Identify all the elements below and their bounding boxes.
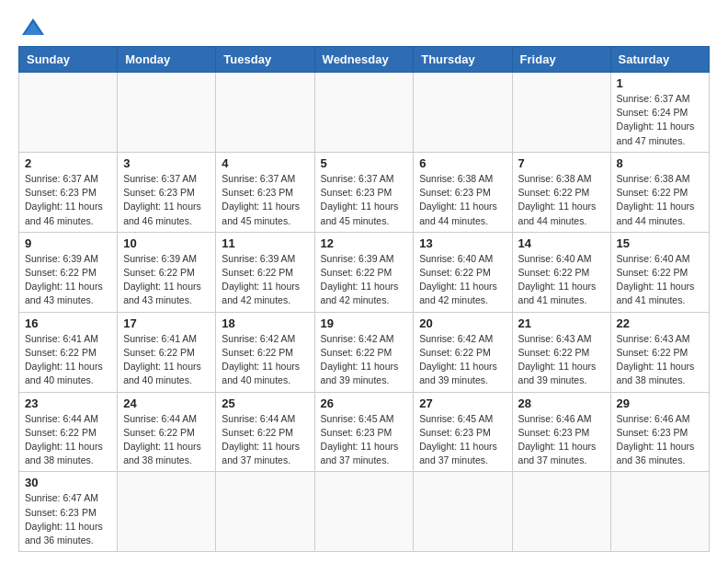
weekday-header: Friday: [512, 47, 610, 73]
day-info: Sunrise: 6:37 AMSunset: 6:24 PMDaylight:…: [617, 92, 703, 148]
day-number: 28: [518, 396, 605, 410]
day-number: 25: [222, 396, 308, 410]
calendar-day-cell: 22Sunrise: 6:43 AMSunset: 6:22 PMDayligh…: [610, 312, 709, 392]
day-number: 9: [25, 236, 111, 250]
day-number: 1: [617, 76, 703, 90]
day-info: Sunrise: 6:39 AMSunset: 6:22 PMDaylight:…: [321, 252, 408, 308]
calendar-day-cell: 19Sunrise: 6:42 AMSunset: 6:22 PMDayligh…: [314, 312, 414, 392]
calendar-day-cell: 14Sunrise: 6:40 AMSunset: 6:22 PMDayligh…: [512, 232, 610, 312]
day-info: Sunrise: 6:40 AMSunset: 6:22 PMDaylight:…: [419, 252, 506, 308]
day-info: Sunrise: 6:43 AMSunset: 6:22 PMDaylight:…: [617, 332, 703, 388]
day-number: 13: [419, 236, 506, 250]
day-info: Sunrise: 6:41 AMSunset: 6:22 PMDaylight:…: [123, 332, 210, 388]
weekday-header: Wednesday: [314, 47, 414, 73]
day-info: Sunrise: 6:46 AMSunset: 6:23 PMDaylight:…: [518, 412, 605, 468]
calendar-day-cell: 27Sunrise: 6:45 AMSunset: 6:23 PMDayligh…: [414, 392, 512, 472]
calendar-day-cell: 20Sunrise: 6:42 AMSunset: 6:22 PMDayligh…: [414, 312, 512, 392]
calendar-week-row: 9Sunrise: 6:39 AMSunset: 6:22 PMDaylight…: [19, 232, 710, 312]
calendar-day-cell: 29Sunrise: 6:46 AMSunset: 6:23 PMDayligh…: [610, 392, 709, 472]
calendar-day-cell: [610, 472, 709, 552]
day-info: Sunrise: 6:37 AMSunset: 6:23 PMDaylight:…: [25, 172, 111, 228]
day-number: 11: [222, 236, 308, 250]
calendar-day-cell: [19, 73, 118, 153]
weekday-header: Monday: [118, 47, 216, 73]
day-number: 4: [222, 156, 308, 170]
day-number: 14: [518, 236, 605, 250]
day-info: Sunrise: 6:43 AMSunset: 6:22 PMDaylight:…: [518, 332, 605, 388]
day-info: Sunrise: 6:41 AMSunset: 6:22 PMDaylight:…: [25, 332, 111, 388]
day-info: Sunrise: 6:39 AMSunset: 6:22 PMDaylight:…: [123, 252, 210, 308]
calendar-day-cell: [512, 472, 610, 552]
day-number: 2: [25, 156, 111, 170]
calendar-day-cell: [216, 472, 314, 552]
calendar-day-cell: [118, 73, 216, 153]
calendar-day-cell: [414, 73, 512, 153]
calendar-day-cell: 15Sunrise: 6:40 AMSunset: 6:22 PMDayligh…: [610, 232, 709, 312]
day-info: Sunrise: 6:42 AMSunset: 6:22 PMDaylight:…: [222, 332, 308, 388]
calendar-week-row: 2Sunrise: 6:37 AMSunset: 6:23 PMDaylight…: [19, 152, 710, 232]
day-info: Sunrise: 6:40 AMSunset: 6:22 PMDaylight:…: [617, 252, 703, 308]
calendar-day-cell: 17Sunrise: 6:41 AMSunset: 6:22 PMDayligh…: [118, 312, 216, 392]
calendar-day-cell: 9Sunrise: 6:39 AMSunset: 6:22 PMDaylight…: [19, 232, 118, 312]
calendar-day-cell: 23Sunrise: 6:44 AMSunset: 6:22 PMDayligh…: [19, 392, 118, 472]
calendar-day-cell: 10Sunrise: 6:39 AMSunset: 6:22 PMDayligh…: [118, 232, 216, 312]
page-header: [18, 18, 710, 37]
day-number: 20: [419, 316, 506, 330]
day-number: 21: [518, 316, 605, 330]
calendar-day-cell: 6Sunrise: 6:38 AMSunset: 6:23 PMDaylight…: [414, 152, 512, 232]
calendar-day-cell: 21Sunrise: 6:43 AMSunset: 6:22 PMDayligh…: [512, 312, 610, 392]
calendar-day-cell: 13Sunrise: 6:40 AMSunset: 6:22 PMDayligh…: [414, 232, 512, 312]
day-number: 8: [617, 156, 703, 170]
day-info: Sunrise: 6:37 AMSunset: 6:23 PMDaylight:…: [321, 172, 408, 228]
calendar-day-cell: 28Sunrise: 6:46 AMSunset: 6:23 PMDayligh…: [512, 392, 610, 472]
calendar-day-cell: 30Sunrise: 6:47 AMSunset: 6:23 PMDayligh…: [19, 472, 118, 552]
day-number: 30: [25, 476, 111, 489]
day-info: Sunrise: 6:44 AMSunset: 6:22 PMDaylight:…: [222, 412, 308, 468]
day-info: Sunrise: 6:39 AMSunset: 6:22 PMDaylight:…: [222, 252, 308, 308]
day-number: 26: [321, 396, 408, 410]
weekday-header: Tuesday: [216, 47, 314, 73]
calendar-day-cell: [314, 472, 414, 552]
weekday-header: Sunday: [19, 47, 118, 73]
calendar-table: SundayMondayTuesdayWednesdayThursdayFrid…: [18, 46, 710, 552]
calendar-day-cell: 2Sunrise: 6:37 AMSunset: 6:23 PMDaylight…: [19, 152, 118, 232]
day-number: 15: [617, 236, 703, 250]
calendar-week-row: 23Sunrise: 6:44 AMSunset: 6:22 PMDayligh…: [19, 392, 710, 472]
day-info: Sunrise: 6:37 AMSunset: 6:23 PMDaylight:…: [222, 172, 308, 228]
day-info: Sunrise: 6:42 AMSunset: 6:22 PMDaylight:…: [419, 332, 506, 388]
day-number: 6: [419, 156, 506, 170]
weekday-header: Thursday: [414, 47, 512, 73]
calendar-day-cell: 18Sunrise: 6:42 AMSunset: 6:22 PMDayligh…: [216, 312, 314, 392]
day-number: 27: [419, 396, 506, 410]
calendar-day-cell: 4Sunrise: 6:37 AMSunset: 6:23 PMDaylight…: [216, 152, 314, 232]
day-number: 24: [123, 396, 210, 410]
calendar-week-row: 1Sunrise: 6:37 AMSunset: 6:24 PMDaylight…: [19, 73, 710, 153]
calendar-day-cell: 24Sunrise: 6:44 AMSunset: 6:22 PMDayligh…: [118, 392, 216, 472]
calendar-day-cell: [512, 73, 610, 153]
day-number: 16: [25, 316, 111, 330]
calendar-day-cell: 25Sunrise: 6:44 AMSunset: 6:22 PMDayligh…: [216, 392, 314, 472]
day-info: Sunrise: 6:45 AMSunset: 6:23 PMDaylight:…: [419, 412, 506, 468]
day-info: Sunrise: 6:42 AMSunset: 6:22 PMDaylight:…: [321, 332, 408, 388]
calendar-day-cell: [118, 472, 216, 552]
day-number: 29: [617, 396, 703, 410]
day-info: Sunrise: 6:37 AMSunset: 6:23 PMDaylight:…: [123, 172, 210, 228]
logo: [18, 18, 46, 37]
day-info: Sunrise: 6:44 AMSunset: 6:22 PMDaylight:…: [25, 412, 111, 468]
day-number: 19: [321, 316, 408, 330]
calendar-day-cell: [216, 73, 314, 153]
day-number: 17: [123, 316, 210, 330]
calendar-day-cell: 12Sunrise: 6:39 AMSunset: 6:22 PMDayligh…: [314, 232, 414, 312]
calendar-header-row: SundayMondayTuesdayWednesdayThursdayFrid…: [19, 47, 710, 73]
day-info: Sunrise: 6:44 AMSunset: 6:22 PMDaylight:…: [123, 412, 210, 468]
calendar-day-cell: 16Sunrise: 6:41 AMSunset: 6:22 PMDayligh…: [19, 312, 118, 392]
calendar-day-cell: 3Sunrise: 6:37 AMSunset: 6:23 PMDaylight…: [118, 152, 216, 232]
day-info: Sunrise: 6:39 AMSunset: 6:22 PMDaylight:…: [25, 252, 111, 308]
calendar-day-cell: 7Sunrise: 6:38 AMSunset: 6:22 PMDaylight…: [512, 152, 610, 232]
day-info: Sunrise: 6:40 AMSunset: 6:22 PMDaylight:…: [518, 252, 605, 308]
calendar-week-row: 16Sunrise: 6:41 AMSunset: 6:22 PMDayligh…: [19, 312, 710, 392]
day-info: Sunrise: 6:38 AMSunset: 6:22 PMDaylight:…: [617, 172, 703, 228]
day-number: 10: [123, 236, 210, 250]
day-number: 12: [321, 236, 408, 250]
day-number: 18: [222, 316, 308, 330]
